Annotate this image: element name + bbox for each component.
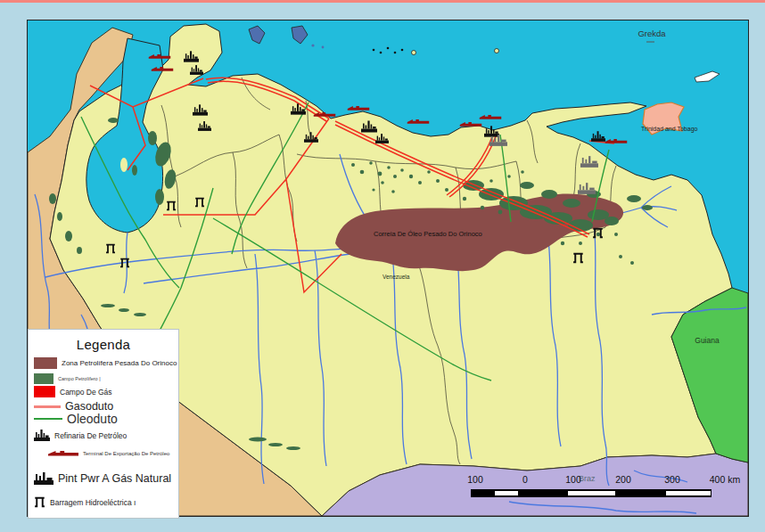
legend-item-oil-field: Campo Petrolífero | [34,373,101,384]
scale-tick: 0 [522,474,528,485]
scale-tick: 300 [664,474,680,485]
legend-label: Campo Petrolífero | [58,376,101,381]
power-plant-icon [34,472,53,485]
oil-field-swatch [34,373,53,384]
scale-tick: 100 [467,474,483,485]
legend-label: Oleoduto [67,412,118,426]
legend-item-power-plant: Pint Pwr A Gás Natural [34,472,171,485]
legend-label: Barragem Hidroeléctrica ı [50,498,136,507]
scale-bar-segment [568,491,615,495]
gas-pipeline-swatch [34,405,61,408]
legend-label: Gasoduto [65,400,113,413]
legend-label: Zona Petrolífera Pesada Do Orinoco [62,359,177,367]
legend-item-dam: Barragem Hidroeléctrica ı [34,496,136,508]
dam-icon [34,496,45,508]
oil-pipeline-swatch [34,418,62,420]
legend-item-oleoduto: Oleoduto [34,412,118,426]
refinery-icon [34,430,50,441]
scale-bar-segment [666,491,711,495]
scale-tick: 400 km [710,474,741,485]
scale-tick: 100 [565,474,581,485]
legend-item-gas-field: Campo De Gás [34,386,112,397]
oil-belt-swatch [34,357,57,369]
legend-item-refinery: Refinaria De Petróleo [34,430,127,441]
legend-title: Legenda [29,337,178,352]
page: { "window": { "background": "#b5d8e5", "… [0,0,765,532]
legend-label: Terminal De Exportação De Petróleo [83,451,169,456]
legend-item-oil-belt: Zona Petrolífera Pesada Do Orinoco [34,357,177,369]
legend-label: Refinaria De Petróleo [54,431,127,440]
venezuela-label: Venezuela [382,274,410,280]
legend-item-gasoduto: Gasoduto [34,400,113,413]
export-terminal-icon [48,450,78,457]
scale-bar-segment [495,491,518,495]
trinidad-label: Trinidad and Tobago [641,126,698,133]
brazil-label: Braz [579,474,596,483]
gas-field-swatch [34,386,55,397]
scale-tick: 200 [615,474,631,485]
top-stripe [0,0,765,3]
grenada-label: Grekda [638,29,666,38]
oil-belt-label: Correia De Óleo Pesado Do Orinoco [374,230,482,238]
legend-label: Pint Pwr A Gás Natural [58,472,171,485]
legend-label: Campo De Gás [60,388,112,397]
legend-item-export-terminal: Terminal De Exportação De Petróleo [48,450,169,457]
legend-box: Legenda Zona Petrolífera Pesada Do Orino… [28,329,179,519]
lake-island [120,158,128,172]
guyana-label: Guiana [695,336,720,345]
